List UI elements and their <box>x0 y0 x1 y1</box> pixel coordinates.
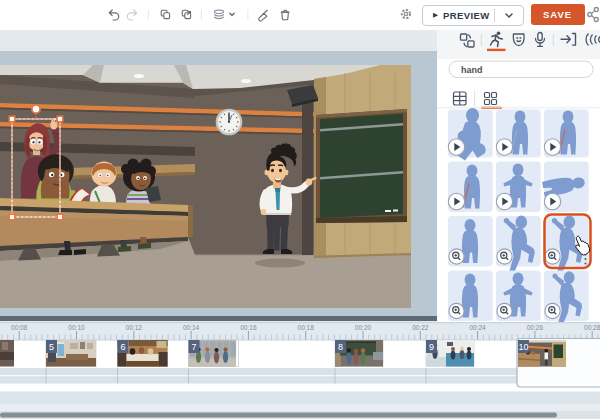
svg-text:10: 10 <box>518 342 528 352</box>
svg-text:7: 7 <box>191 342 196 352</box>
svg-text:5: 5 <box>49 342 54 352</box>
svg-text:hand: hand <box>461 65 483 75</box>
svg-text:6: 6 <box>120 342 125 352</box>
svg-text:8: 8 <box>338 342 343 352</box>
svg-text:9: 9 <box>429 342 434 352</box>
